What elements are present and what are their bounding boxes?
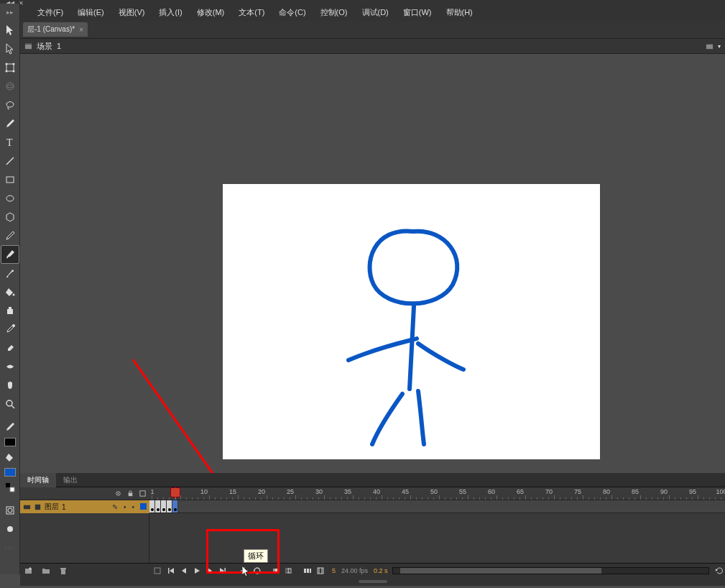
paint-bucket-tool[interactable] bbox=[1, 282, 19, 301]
layer-outline-swatch[interactable] bbox=[140, 503, 147, 510]
layer-index: 1 bbox=[62, 503, 66, 511]
next-frame-button[interactable] bbox=[204, 565, 216, 576]
visibility-header-icon[interactable] bbox=[114, 490, 122, 497]
fill-color-swatch[interactable] bbox=[4, 468, 16, 477]
stroke-color-swatch[interactable] bbox=[4, 438, 16, 446]
menu-debug[interactable]: 调试(D) bbox=[355, 4, 396, 22]
layer-visible-dot[interactable]: • bbox=[124, 503, 126, 511]
keyframe[interactable] bbox=[149, 500, 155, 513]
timeline-options-icon[interactable] bbox=[714, 565, 725, 576]
layer-name: 图层 bbox=[45, 502, 59, 512]
fill-color-tool[interactable] bbox=[1, 448, 19, 467]
first-frame-button[interactable] bbox=[165, 565, 177, 576]
doc-tab[interactable]: 层-1 (Canvas)* × bbox=[23, 22, 88, 37]
3d-rotation-tool[interactable] bbox=[1, 77, 19, 96]
ruler-mark: 85 bbox=[632, 488, 639, 495]
timeline-toolbar: 5 24.00 fps 0.2 s bbox=[20, 563, 725, 577]
menu-help[interactable]: 帮助(H) bbox=[439, 4, 480, 22]
menu-bar: 文件(F) 编辑(E) 视图(V) 插入(I) 修改(M) 文本(T) 命令(C… bbox=[0, 4, 725, 21]
delete-layer-button[interactable] bbox=[57, 565, 69, 576]
bone-tool[interactable] bbox=[1, 264, 19, 282]
menu-window[interactable]: 窗口(W) bbox=[396, 4, 439, 22]
lock-header-icon[interactable] bbox=[126, 490, 134, 497]
eyedropper-tool[interactable] bbox=[1, 320, 19, 339]
timeline-ruler[interactable]: 1510152025303540455055606570758085909510… bbox=[149, 487, 725, 500]
timeline-scrollbar[interactable] bbox=[392, 567, 709, 574]
menu-modify[interactable]: 修改(M) bbox=[190, 4, 232, 22]
stroke-color-tool[interactable] bbox=[1, 418, 19, 436]
layer-lock-dot[interactable]: • bbox=[131, 503, 134, 511]
new-folder-button[interactable] bbox=[40, 565, 52, 576]
loop-button[interactable] bbox=[251, 565, 263, 576]
width-tool[interactable] bbox=[1, 357, 19, 376]
layer-pencil-icon[interactable]: ✎ bbox=[112, 503, 118, 511]
selection-tool[interactable] bbox=[1, 21, 19, 40]
tab-output[interactable]: 输出 bbox=[56, 472, 85, 488]
keyframe[interactable] bbox=[172, 500, 178, 513]
menu-file[interactable]: 文件(F) bbox=[30, 4, 70, 22]
rectangle-tool[interactable] bbox=[1, 170, 19, 189]
onion-skin-button[interactable] bbox=[270, 565, 282, 576]
tab-timeline[interactable]: 时间轴 bbox=[20, 472, 56, 488]
panel-grip-icon[interactable]: :::: bbox=[5, 544, 14, 551]
svg-point-16 bbox=[6, 400, 12, 406]
menu-control[interactable]: 控制(O) bbox=[313, 4, 355, 22]
keyframe[interactable] bbox=[167, 500, 172, 513]
scene-dropdown-icon[interactable]: ▾ bbox=[718, 43, 721, 50]
edit-multiple-frames-button[interactable] bbox=[302, 565, 313, 576]
edit-scene-icon[interactable] bbox=[706, 42, 714, 50]
lasso-tool[interactable] bbox=[1, 96, 19, 114]
fps-value: 24.00 fps bbox=[341, 567, 368, 574]
hand-tool[interactable] bbox=[1, 376, 19, 395]
svg-rect-23 bbox=[25, 44, 32, 48]
ruler-mark: 80 bbox=[603, 488, 610, 495]
brush-tool[interactable] bbox=[1, 245, 19, 264]
svg-point-3 bbox=[5, 70, 7, 73]
ruler-mark: 70 bbox=[545, 488, 553, 495]
last-frame-button[interactable] bbox=[217, 565, 228, 576]
menu-command[interactable]: 命令(C) bbox=[272, 4, 313, 22]
text-tool[interactable]: T bbox=[1, 133, 19, 152]
pencil-tool[interactable] bbox=[1, 226, 19, 245]
onion-skin-outline-button[interactable] bbox=[283, 565, 295, 576]
ruler-mark: 40 bbox=[373, 488, 380, 495]
ink-bottle-tool[interactable] bbox=[1, 301, 19, 320]
eraser-tool[interactable] bbox=[1, 339, 19, 357]
ruler-mark: 1 bbox=[150, 488, 154, 495]
zoom-tool[interactable] bbox=[1, 395, 19, 413]
line-tool[interactable] bbox=[1, 152, 19, 170]
oval-tool[interactable] bbox=[1, 189, 19, 208]
canvas[interactable] bbox=[223, 184, 600, 459]
expand-panel-icon[interactable]: ▸▸ bbox=[0, 4, 19, 21]
modify-markers-button[interactable] bbox=[315, 565, 326, 576]
keyframe[interactable] bbox=[155, 500, 161, 513]
menu-insert[interactable]: 插入(I) bbox=[152, 4, 189, 22]
polystar-tool[interactable] bbox=[1, 208, 19, 226]
layer-row[interactable]: 图层 1 ✎ • • bbox=[20, 500, 149, 513]
pen-tool[interactable] bbox=[1, 114, 19, 133]
close-tab-icon[interactable]: × bbox=[79, 26, 83, 34]
play-button[interactable] bbox=[191, 565, 203, 576]
svg-point-4 bbox=[12, 70, 14, 73]
menu-view[interactable]: 视图(V) bbox=[111, 4, 152, 22]
timeline-menu-icon[interactable] bbox=[152, 565, 163, 576]
subselection-tool[interactable] bbox=[1, 40, 19, 58]
brush-size-icon[interactable] bbox=[1, 520, 19, 538]
svg-rect-9 bbox=[6, 177, 14, 183]
outline-header-icon[interactable] bbox=[139, 490, 147, 497]
free-transform-tool[interactable] bbox=[1, 58, 19, 77]
layer-frames[interactable] bbox=[149, 500, 725, 513]
keyframe[interactable] bbox=[161, 500, 167, 513]
svg-rect-38 bbox=[225, 568, 226, 574]
svg-rect-37 bbox=[168, 568, 170, 574]
menu-edit[interactable]: 编辑(E) bbox=[70, 4, 111, 22]
scene-number: 1 bbox=[57, 42, 61, 50]
resize-grip[interactable] bbox=[20, 577, 725, 586]
new-layer-button[interactable] bbox=[23, 565, 34, 576]
swap-colors-icon[interactable] bbox=[1, 478, 19, 497]
menu-text[interactable]: 文本(T) bbox=[231, 4, 272, 22]
stage[interactable] bbox=[20, 54, 725, 473]
object-drawing-toggle[interactable] bbox=[1, 501, 19, 520]
prev-frame-button[interactable] bbox=[178, 565, 190, 576]
svg-rect-35 bbox=[60, 568, 66, 569]
